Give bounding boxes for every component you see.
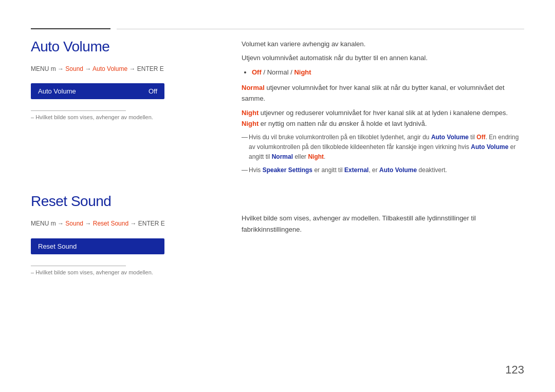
night-desc-text3: er nyttig om natten når du ønsker å hold… — [258, 120, 427, 127]
night-label2: Night — [242, 120, 258, 127]
reset-sound-right-panel: Hvilket bilde som vises, avhenger av mod… — [231, 193, 524, 275]
indent2-p3: , er — [368, 166, 379, 174]
indent1-night: Night — [308, 153, 324, 160]
top-dividers — [31, 28, 524, 29]
reset-sound-menu-path: MENU m → Sound → Reset Sound → ENTER E — [31, 219, 216, 229]
slash2: / — [289, 68, 294, 76]
indent1-normal: Normal — [272, 153, 293, 160]
reset-sound-bottom-line — [31, 266, 126, 266]
normal-label: Normal — [242, 84, 265, 91]
options-list-item: Off / Normal / Night — [252, 67, 524, 78]
auto-volume-line1: Volumet kan variere avhengig av kanalen. — [242, 39, 524, 49]
indent1-auto-volume2: Auto Volume — [471, 143, 508, 151]
indent1-p6: . — [324, 153, 325, 160]
reset-sound-widget: Reset Sound — [31, 238, 164, 254]
widget-auto-volume-label: Auto Volume — [38, 87, 76, 95]
widget-auto-volume-value: Off — [149, 87, 157, 95]
reset-sound-note: – Hvilket bilde som vises, avhenger av m… — [31, 269, 216, 275]
auto-volume-bottom-line — [31, 110, 126, 111]
indent1-auto-volume1: Auto Volume — [431, 134, 469, 141]
page-number: 123 — [505, 363, 524, 377]
menu-auto-volume-link: Auto Volume — [92, 65, 127, 72]
option-off: Off — [252, 68, 262, 76]
auto-volume-section: Auto Volume MENU m → Sound → Auto Volume… — [31, 39, 524, 179]
reset-sound-left-panel: Reset Sound MENU m → Sound → Reset Sound… — [31, 193, 231, 275]
reset-sound-title: Reset Sound — [31, 193, 216, 210]
divider-short — [31, 28, 110, 29]
night-label: Night — [242, 109, 258, 117]
auto-volume-left-panel: Auto Volume MENU m → Sound → Auto Volume… — [31, 39, 231, 179]
option-normal: Normal — [267, 68, 289, 76]
night-desc-text1: utjevner og reduserer volumnivået for hv… — [258, 109, 508, 117]
widget-reset-sound-label: Reset Sound — [38, 242, 77, 250]
menu-sound-link: Sound — [65, 65, 83, 72]
indent2-auto-volume: Auto Volume — [379, 166, 417, 174]
menu-arrow2: → ENTER E — [127, 65, 164, 72]
option-night: Night — [294, 68, 311, 76]
reset-menu-reset-sound-link: Reset Sound — [93, 220, 128, 227]
normal-desc-text: utjevner volumnivået for hver kanal slik… — [242, 84, 505, 102]
reset-sound-desc: Hvilket bilde som vises, avhenger av mod… — [242, 193, 524, 235]
indent1-p1: Hvis du vil bruke volumkontrollen på en … — [249, 134, 431, 141]
night-desc: Night utjevner og reduserer volumnivået … — [242, 107, 524, 129]
indent1-p5: eller — [293, 153, 308, 160]
reset-menu-arrow2: → ENTER E — [128, 220, 165, 227]
auto-volume-right-panel: Volumet kan variere avhengig av kanalen.… — [231, 39, 524, 179]
indent2-speaker: Speaker Settings — [263, 166, 312, 174]
reset-menu-arrow1: → — [83, 220, 93, 227]
indent1-p2: til — [469, 134, 476, 141]
reset-sound-section: Reset Sound MENU m → Sound → Reset Sound… — [31, 193, 524, 275]
indent1-off: Off — [476, 134, 485, 141]
indent2-p4: deaktivert. — [417, 166, 447, 174]
auto-volume-widget: Auto Volume Off — [31, 83, 164, 99]
slash1: / — [262, 68, 267, 76]
auto-volume-line2: Utjevn volumnivået automatisk når du byt… — [242, 52, 524, 63]
auto-volume-title: Auto Volume — [31, 39, 216, 55]
reset-menu-sound-link: Sound — [65, 220, 83, 227]
indent2-p2: er angitt til — [312, 166, 344, 174]
menu-prefix: MENU m → — [31, 65, 65, 72]
indent-note-1: Hvis du vil bruke volumkontrollen på en … — [242, 133, 524, 162]
indent-note-2: Hvis Speaker Settings er angitt til Exte… — [242, 165, 524, 175]
auto-volume-menu-path: MENU m → Sound → Auto Volume → ENTER E — [31, 64, 216, 74]
reset-menu-prefix: MENU m → — [31, 220, 65, 227]
normal-desc: Normal utjevner volumnivået for hver kan… — [242, 82, 524, 104]
menu-arrow1: → — [83, 65, 92, 72]
indent2-external: External — [344, 166, 368, 174]
auto-volume-note: – Hvilket bilde som vises, avhenger av m… — [31, 114, 216, 120]
indent2-p1: Hvis — [249, 166, 263, 174]
auto-volume-options-list: Off / Normal / Night — [252, 67, 524, 78]
divider-long — [117, 29, 524, 29]
